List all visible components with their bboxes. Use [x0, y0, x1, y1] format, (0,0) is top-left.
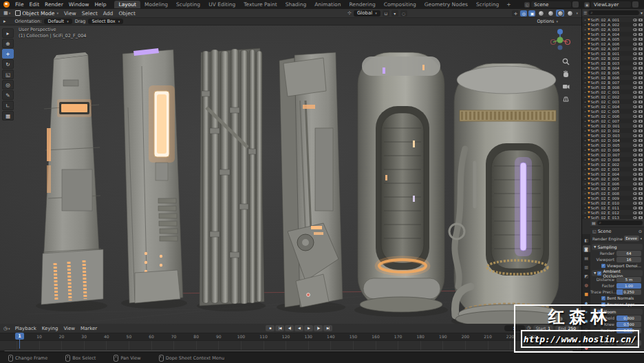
- timeline-editor-icon[interactable]: ◷▾: [3, 326, 10, 331]
- visibility-eye-icon[interactable]: [633, 154, 637, 156]
- blender-logo-icon[interactable]: [3, 1, 10, 8]
- render-camera-icon[interactable]: [638, 125, 643, 127]
- outliner-object-row[interactable]: • ▼ SciFi_02_B_006: [582, 75, 644, 80]
- outliner-object-row[interactable]: • ▼ SciFi_02_A_001: [582, 17, 644, 22]
- playback-button[interactable]: ▪: [266, 325, 275, 331]
- render-camera-icon[interactable]: [638, 192, 643, 195]
- shading-material-button[interactable]: [556, 10, 564, 17]
- workspace-tab[interactable]: Texture Paint: [239, 1, 281, 8]
- properties-tab[interactable]: ◙: [583, 245, 590, 252]
- tool-button[interactable]: ↻: [2, 59, 14, 69]
- visibility-eye-icon[interactable]: [633, 216, 637, 219]
- checkbox-checked-icon[interactable]: ✓: [601, 296, 605, 300]
- timeline-track-area[interactable]: [0, 341, 581, 350]
- properties-editor-icon[interactable]: ▤: [592, 220, 596, 225]
- xray-toggle[interactable]: ▣: [528, 10, 535, 17]
- viewport-3d[interactable]: User Perspective (1) Collection | SciFi_…: [0, 25, 581, 324]
- playback-button[interactable]: ◀|: [285, 325, 294, 331]
- model-scifi-pillar-6[interactable]: [449, 63, 563, 324]
- menu-item[interactable]: File: [12, 1, 27, 8]
- add-workspace-button[interactable]: +: [503, 1, 514, 8]
- ao-section-header[interactable]: ▼ ✓ Ambient Occlusion: [592, 270, 643, 276]
- visibility-eye-icon[interactable]: [633, 173, 637, 176]
- shading-wireframe-button[interactable]: [537, 10, 545, 17]
- properties-tab[interactable]: ▥: [583, 263, 590, 270]
- visibility-eye-icon[interactable]: [633, 202, 637, 205]
- options-dropdown[interactable]: Options ▾: [537, 19, 558, 24]
- outliner-object-row[interactable]: • ▼ SciFi_02_A_007: [582, 46, 644, 51]
- visibility-eye-icon[interactable]: [633, 158, 637, 161]
- outliner-object-row[interactable]: • ▼ SciFi_02_A_004: [582, 32, 644, 37]
- ao-trace-slider[interactable]: 0.250: [616, 289, 641, 295]
- workspace-tab[interactable]: UV Editing: [204, 1, 239, 8]
- perspective-grid-icon[interactable]: [562, 95, 570, 103]
- render-camera-icon[interactable]: [638, 33, 643, 36]
- visibility-eye-icon[interactable]: [633, 86, 637, 89]
- bent-normals-row[interactable]: ✓ Bent Normals: [590, 295, 644, 301]
- ao-checkbox[interactable]: ✓: [597, 271, 601, 276]
- gizmo-dropdown[interactable]: ✛: [512, 10, 519, 17]
- outliner-object-row[interactable]: • ▼ SciFi_02_C_004: [582, 104, 644, 109]
- timeline-menu-item[interactable]: Keying: [39, 326, 61, 331]
- visibility-eye-icon[interactable]: [633, 81, 637, 84]
- render-camera-icon[interactable]: [638, 48, 643, 50]
- properties-search-input[interactable]: ⌕: [597, 220, 643, 225]
- outliner-object-row[interactable]: • ▼ SciFi_02_B_004: [582, 65, 644, 70]
- visibility-eye-icon[interactable]: [633, 149, 637, 152]
- render-samples-field[interactable]: 64: [616, 251, 641, 256]
- outliner-object-row[interactable]: • ▼ SciFi_02_E_005: [582, 176, 644, 181]
- new-scene-button[interactable]: [572, 1, 579, 8]
- outliner-object-row[interactable]: • ▼ SciFi_02_A_002: [582, 22, 644, 27]
- outliner-object-row[interactable]: • ▼ SciFi_02_B_007: [582, 80, 644, 85]
- playback-button[interactable]: ▶: [304, 325, 313, 331]
- outliner-object-row[interactable]: • ▼ SciFi_02_D_001: [582, 123, 644, 128]
- outliner-object-row[interactable]: • ▼ SciFi_02_C_001: [582, 90, 644, 94]
- timeline-ruler[interactable]: 1020304050607080901001101201301401501601…: [0, 333, 581, 341]
- visibility-eye-icon[interactable]: [633, 144, 637, 147]
- visibility-eye-icon[interactable]: [633, 115, 637, 118]
- outliner-object-row[interactable]: • ▼ SciFi_02_C_007: [582, 118, 644, 123]
- render-camera-icon[interactable]: [638, 115, 643, 118]
- model-scifi-pillar-5[interactable]: [358, 52, 444, 312]
- render-camera-icon[interactable]: [638, 120, 643, 123]
- tool-button[interactable]: +: [2, 49, 14, 59]
- snap-magnet-toggle[interactable]: ⊔: [383, 10, 389, 17]
- visibility-eye-icon[interactable]: [633, 120, 637, 123]
- outliner-object-row[interactable]: • ▼ SciFi_02_E_004: [582, 172, 644, 176]
- outliner-object-row[interactable]: • ▼ SciFi_02_B_003: [582, 61, 644, 65]
- scene-name-field[interactable]: Scene: [531, 1, 571, 8]
- model-scifi-pillar-2[interactable]: [122, 48, 183, 303]
- outliner-filter-icon[interactable]: ▾: [641, 10, 643, 15]
- render-camera-icon[interactable]: [638, 110, 643, 113]
- visibility-eye-icon[interactable]: [633, 134, 637, 137]
- visibility-eye-icon[interactable]: [633, 72, 637, 74]
- drag-mode-dropdown[interactable]: Select Box ▾: [88, 19, 123, 24]
- visibility-eye-icon[interactable]: [633, 125, 637, 127]
- playback-button[interactable]: |◀: [275, 325, 284, 331]
- outliner-object-row[interactable]: • ▼ SciFi_02_D_008: [582, 157, 644, 162]
- visibility-eye-icon[interactable]: [633, 76, 637, 79]
- model-scifi-pillar-4[interactable]: [279, 52, 343, 307]
- tool-button[interactable]: ⊕: [2, 39, 14, 48]
- visibility-eye-icon[interactable]: [633, 105, 637, 108]
- render-camera-icon[interactable]: [638, 38, 643, 41]
- snap-target-dropdown[interactable]: ▾: [391, 10, 398, 17]
- render-camera-icon[interactable]: [638, 168, 643, 171]
- menu-item[interactable]: Help: [92, 1, 109, 8]
- viewport-menu-item[interactable]: View: [61, 10, 79, 17]
- playback-button[interactable]: ◀: [294, 325, 303, 331]
- render-camera-icon[interactable]: [638, 207, 643, 209]
- visibility-eye-icon[interactable]: [633, 129, 637, 132]
- workspace-tab[interactable]: Animation: [310, 1, 345, 8]
- workspace-tab[interactable]: Geometry Nodes: [420, 1, 472, 8]
- model-scifi-pillar-1[interactable]: [41, 52, 103, 304]
- outliner-object-row[interactable]: • ▼ SciFi_02_A_003: [582, 27, 644, 32]
- render-camera-icon[interactable]: [638, 86, 643, 89]
- tool-button[interactable]: ✎: [2, 90, 14, 100]
- render-camera-icon[interactable]: [638, 67, 643, 70]
- visibility-eye-icon[interactable]: [633, 110, 637, 113]
- outliner-search-input[interactable]: ⌕: [588, 10, 639, 15]
- visibility-eye-icon[interactable]: [633, 33, 637, 36]
- render-camera-icon[interactable]: [638, 91, 643, 94]
- tool-button[interactable]: ▦: [2, 111, 14, 121]
